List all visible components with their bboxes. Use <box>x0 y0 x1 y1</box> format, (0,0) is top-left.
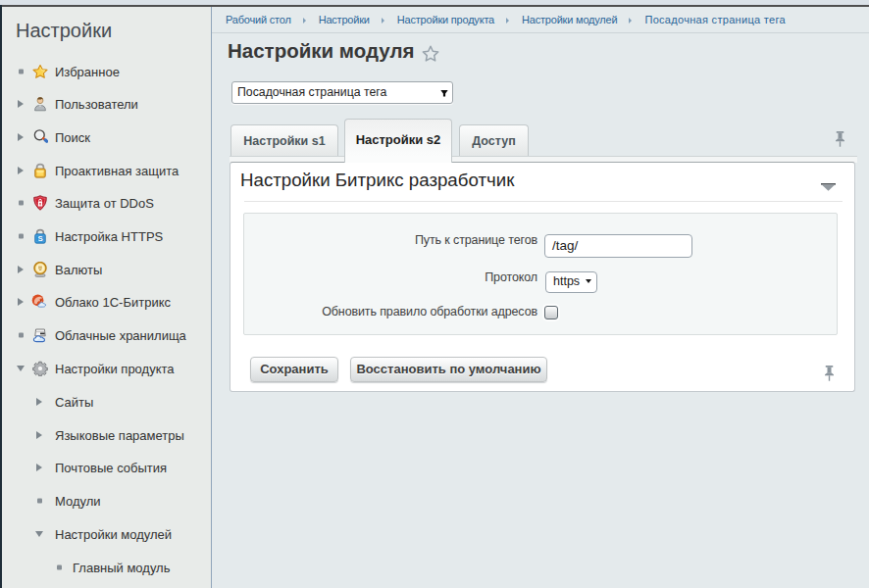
svg-text:S: S <box>37 234 43 243</box>
